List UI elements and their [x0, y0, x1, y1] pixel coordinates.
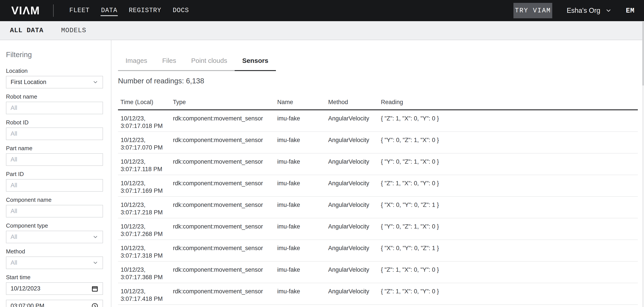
- component-name-input[interactable]: [6, 205, 103, 218]
- part-name-input[interactable]: [6, 153, 103, 166]
- data-main-panel: Images Files Point clouds Sensors Number…: [112, 40, 644, 307]
- cell-type: rdk:component:movement_sensor: [173, 262, 277, 283]
- content-area: Filtering Location First Location Robot …: [0, 40, 644, 307]
- tab-images[interactable]: Images: [118, 51, 154, 70]
- cell-time: 10/12/23, 3:07:17.169 PM: [118, 175, 173, 196]
- filter-sidebar: Filtering Location First Location Robot …: [0, 40, 112, 307]
- filter-label: Method: [6, 248, 103, 255]
- data-sub-nav: ALL DATA MODELS: [0, 21, 644, 40]
- chevron-down-icon: [92, 234, 98, 240]
- cell-method: AngularVelocity: [328, 175, 381, 196]
- cell-method: AngularVelocity: [328, 218, 381, 240]
- nav-item-fleet[interactable]: FLEET: [69, 0, 90, 21]
- component-type-select[interactable]: All: [6, 231, 103, 243]
- chevron-down-icon: [605, 7, 612, 14]
- table-row: 10/12/23, 3:07:17.070 PM rdk:component:m…: [118, 132, 638, 154]
- cell-reading: { "Z": 1, "X": 0, "Y": 0 }: [381, 110, 638, 132]
- filter-label: Start time: [6, 274, 103, 280]
- cell-time: 10/12/23, 3:07:17.018 PM: [118, 110, 173, 132]
- top-nav: VIΛM FLEET DATA REGISTRY DOCS TRY VIAM E…: [0, 0, 644, 21]
- page-scrollbar-track[interactable]: [642, 21, 644, 307]
- chevron-down-icon: [92, 260, 98, 266]
- cell-type: rdk:component:movement_sensor: [173, 132, 277, 153]
- cell-reading: { "X": 0, "Y": 0, "Z": 1 }: [381, 197, 638, 218]
- cell-time: 10/12/23, 3:07:17.118 PM: [118, 154, 173, 175]
- cell-method: AngularVelocity: [328, 262, 381, 283]
- cell-reading: { "Z": 1, "X": 0, "Y": 0 }: [381, 262, 638, 283]
- cell-method: AngularVelocity: [328, 197, 381, 218]
- table-row: 10/12/23, 3:07:17.418 PM rdk:component:m…: [118, 283, 638, 305]
- page-scrollbar-thumb[interactable]: [642, 22, 644, 86]
- sensor-readings-table: Time (Local) Type Name Method Reading 10…: [118, 95, 638, 305]
- cell-name: imu-fake: [277, 197, 328, 218]
- column-header-reading: Reading: [381, 99, 638, 106]
- start-clock-time-input[interactable]: 03:07:00 PM: [6, 300, 103, 307]
- cell-name: imu-fake: [277, 240, 328, 261]
- filter-label: Location: [6, 68, 103, 74]
- table-row: 10/12/23, 3:07:17.018 PM rdk:component:m…: [118, 110, 638, 132]
- cell-time: 10/12/23, 3:07:17.218 PM: [118, 197, 173, 218]
- table-row: 10/12/23, 3:07:17.318 PM rdk:component:m…: [118, 240, 638, 262]
- nav-divider: [53, 4, 54, 17]
- nav-item-data[interactable]: DATA: [101, 0, 117, 21]
- filter-location: Location First Location: [6, 68, 103, 88]
- table-row: 10/12/23, 3:07:17.268 PM rdk:component:m…: [118, 218, 638, 240]
- filter-start-time: Start time 10/12/2023: [6, 274, 103, 295]
- filter-label: Part name: [6, 145, 103, 152]
- cell-name: imu-fake: [277, 110, 328, 132]
- org-switcher[interactable]: Esha's Org: [566, 6, 612, 14]
- method-select-value: All: [10, 259, 17, 266]
- nav-right: TRY VIAM Esha's Org EM: [514, 3, 644, 18]
- cell-reading: { "Y": 0, "Z": 1, "X": 0 }: [381, 218, 638, 240]
- table-row: 10/12/23, 3:07:17.118 PM rdk:component:m…: [118, 154, 638, 175]
- tab-point-clouds[interactable]: Point clouds: [184, 51, 235, 70]
- cell-method: AngularVelocity: [328, 154, 381, 175]
- cell-name: imu-fake: [277, 283, 328, 304]
- sub-nav-all-data[interactable]: ALL DATA: [10, 27, 44, 34]
- cell-method: AngularVelocity: [328, 240, 381, 261]
- location-select[interactable]: First Location: [6, 76, 103, 88]
- location-select-value: First Location: [10, 79, 46, 86]
- cell-time: 10/12/23, 3:07:17.268 PM: [118, 218, 173, 240]
- tab-files[interactable]: Files: [154, 51, 184, 70]
- tab-sensors[interactable]: Sensors: [235, 51, 276, 71]
- cell-type: rdk:component:movement_sensor: [173, 197, 277, 218]
- filter-label: Robot name: [6, 93, 103, 100]
- table-row: 10/12/23, 3:07:17.218 PM rdk:component:m…: [118, 197, 638, 218]
- table-row: 10/12/23, 3:07:17.169 PM rdk:component:m…: [118, 175, 638, 197]
- primary-nav-links: FLEET DATA REGISTRY DOCS: [69, 0, 189, 21]
- nav-item-docs[interactable]: DOCS: [173, 0, 189, 21]
- cell-reading: { "Y": 0, "Z": 1, "X": 0 }: [381, 154, 638, 175]
- filter-robot-name: Robot name: [6, 93, 103, 114]
- filter-part-id: Part ID: [6, 171, 103, 192]
- column-header-method: Method: [328, 99, 381, 106]
- robot-name-input[interactable]: [6, 102, 103, 114]
- start-date-input[interactable]: 10/12/2023: [6, 282, 103, 295]
- robot-id-input[interactable]: [6, 128, 103, 140]
- cell-time: 10/12/23, 3:07:17.368 PM: [118, 262, 173, 283]
- filter-label: Part ID: [6, 171, 103, 177]
- cell-type: rdk:component:movement_sensor: [173, 175, 277, 196]
- cell-reading: { "X": 0, "Y": 0, "Z": 1 }: [381, 240, 638, 261]
- viam-logo[interactable]: VIΛM: [11, 4, 40, 17]
- user-avatar-initials[interactable]: EM: [626, 7, 634, 14]
- data-type-tabs: Images Files Point clouds Sensors: [118, 51, 276, 71]
- cell-type: rdk:component:movement_sensor: [173, 154, 277, 175]
- calendar-icon[interactable]: [91, 285, 98, 292]
- filter-component-type: Component type All: [6, 222, 103, 243]
- clock-icon[interactable]: [91, 302, 98, 307]
- try-viam-button[interactable]: TRY VIAM: [514, 3, 552, 18]
- readings-count: Number of readings: 6,138: [118, 77, 204, 85]
- sub-nav-models[interactable]: MODELS: [61, 27, 86, 34]
- method-select[interactable]: All: [6, 256, 103, 269]
- cell-time: 10/12/23, 3:07:17.418 PM: [118, 283, 173, 304]
- part-id-input[interactable]: [6, 179, 103, 192]
- start-date-value: 10/12/2023: [10, 285, 40, 292]
- cell-type: rdk:component:movement_sensor: [173, 110, 277, 132]
- nav-item-registry[interactable]: REGISTRY: [129, 0, 161, 21]
- filter-method: Method All: [6, 248, 103, 269]
- cell-time: 10/12/23, 3:07:17.318 PM: [118, 240, 173, 261]
- table-row: 10/12/23, 3:07:17.368 PM rdk:component:m…: [118, 262, 638, 283]
- filter-robot-id: Robot ID: [6, 119, 103, 140]
- filter-part-name: Part name: [6, 145, 103, 166]
